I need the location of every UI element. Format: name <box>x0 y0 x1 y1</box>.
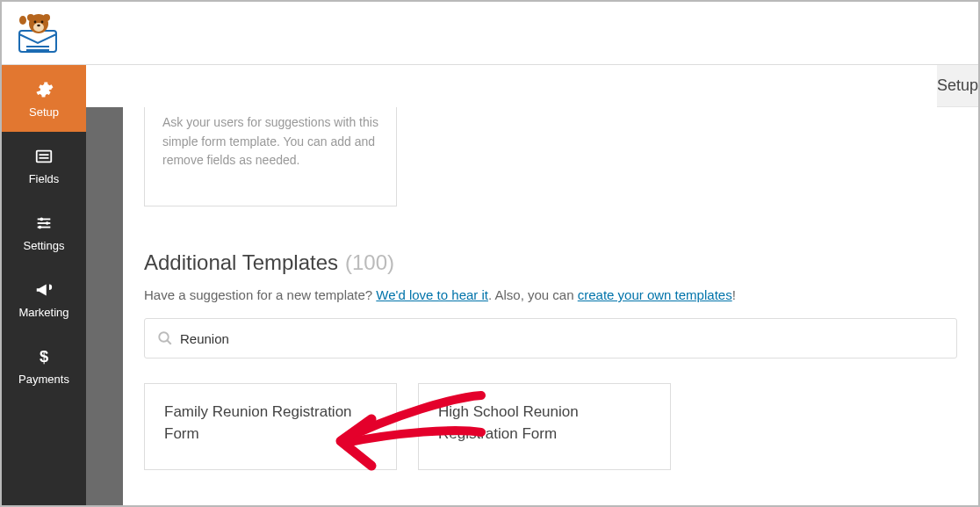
search-input[interactable] <box>180 331 944 346</box>
sidebar-item-payments[interactable]: $ Payments <box>2 332 86 399</box>
sidebar-label: Payments <box>18 373 69 386</box>
sidebar-item-setup[interactable]: Setup <box>2 65 86 132</box>
svg-point-18 <box>46 221 49 225</box>
svg-point-21 <box>159 332 169 342</box>
sliders-icon <box>33 213 54 234</box>
suggestion-link-hear[interactable]: We'd love to hear it <box>376 287 488 302</box>
suggestion-mid: . Also, you can <box>488 287 578 302</box>
template-card[interactable]: Ask your users for suggestions with this… <box>144 107 397 206</box>
sidebar-label: Settings <box>24 239 65 252</box>
svg-point-6 <box>33 23 44 32</box>
svg-point-19 <box>39 225 42 228</box>
template-description: Ask your users for suggestions with this… <box>162 113 378 170</box>
svg-point-4 <box>27 14 34 21</box>
section-count: (100) <box>345 250 394 275</box>
sidebar-label: Fields <box>29 172 60 185</box>
sidebar-item-marketing[interactable]: Marketing <box>2 265 86 332</box>
template-search[interactable] <box>144 318 957 359</box>
sidebar-item-settings[interactable]: Settings <box>2 199 86 265</box>
svg-line-22 <box>167 340 171 344</box>
suggestion-suffix: ! <box>732 287 736 302</box>
search-icon <box>157 330 173 346</box>
svg-point-17 <box>40 217 43 221</box>
result-title: Family Reunion Registration Form <box>164 402 377 445</box>
svg-point-10 <box>19 16 26 25</box>
sidebar-label: Marketing <box>18 306 68 319</box>
bullhorn-icon <box>33 279 54 301</box>
svg-point-8 <box>41 20 44 23</box>
suggestion-text: Have a suggestion for a new template? We… <box>144 287 957 302</box>
dollar-icon: $ <box>33 346 54 367</box>
svg-rect-0 <box>19 31 56 52</box>
gear-icon <box>33 79 54 100</box>
result-title: High School Reunion Registration Form <box>438 402 651 445</box>
canvas: Ask your users for suggestions with this… <box>86 107 978 505</box>
svg-text:$: $ <box>40 347 48 366</box>
svg-point-5 <box>43 14 50 21</box>
section-title-text: Additional Templates <box>144 250 338 275</box>
section-title: Additional Templates (100) <box>144 250 957 275</box>
sidebar-item-fields[interactable]: Fields <box>2 132 86 199</box>
sidebar: Setup Fields Settings Marketing $ Paymen… <box>2 65 86 505</box>
top-bar <box>2 2 978 65</box>
sidebar-label: Setup <box>29 105 59 119</box>
page-header: Setup <box>937 65 978 107</box>
search-results: Family Reunion Registration Form High Sc… <box>144 383 957 470</box>
svg-rect-11 <box>37 150 52 162</box>
template-result[interactable]: High School Reunion Registration Form <box>418 383 671 470</box>
wpforms-logo <box>12 11 65 55</box>
page-title: Setup <box>937 76 978 95</box>
list-icon <box>33 146 54 167</box>
template-result[interactable]: Family Reunion Registration Form <box>144 383 397 470</box>
suggestion-prefix: Have a suggestion for a new template? <box>144 287 376 302</box>
suggestion-link-create[interactable]: create your own templates <box>578 287 732 302</box>
setup-panel: Ask your users for suggestions with this… <box>123 107 978 505</box>
svg-point-7 <box>34 20 37 23</box>
svg-point-9 <box>37 24 40 25</box>
